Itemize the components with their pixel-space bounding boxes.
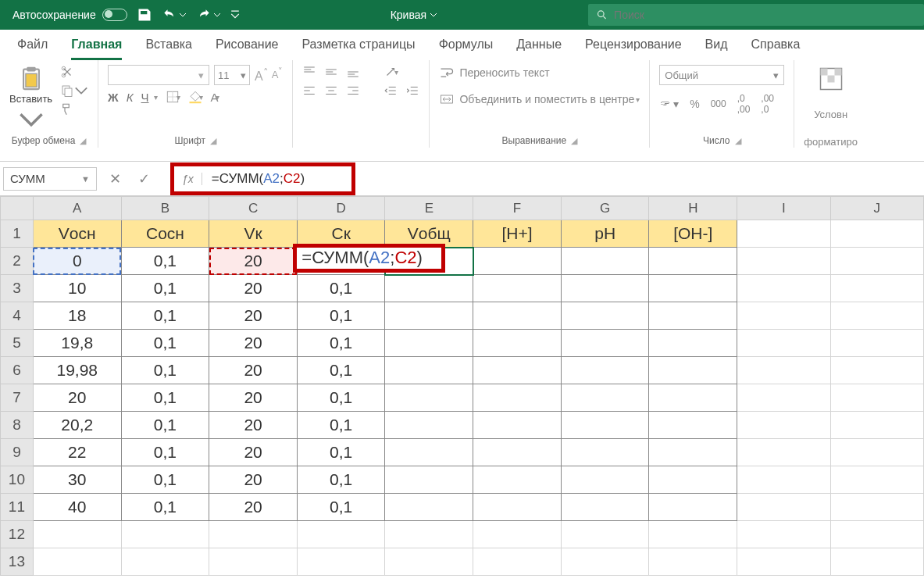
cell[interactable] — [385, 439, 473, 466]
column-header-D[interactable]: D — [297, 197, 385, 220]
cell[interactable] — [830, 384, 923, 412]
cell[interactable] — [385, 302, 473, 330]
underline-button[interactable]: Ч — [141, 91, 149, 104]
decrease-indent-icon[interactable] — [384, 84, 398, 98]
cell[interactable]: 0,1 — [121, 439, 209, 466]
align-top-icon[interactable] — [302, 65, 316, 79]
row-header[interactable]: 12 — [1, 521, 34, 548]
cell[interactable]: 20 — [209, 412, 298, 439]
cell[interactable] — [385, 412, 473, 439]
cell[interactable]: 0,1 — [297, 275, 385, 302]
cell[interactable]: 20 — [209, 330, 298, 357]
cell[interactable] — [649, 412, 737, 439]
align-bottom-icon[interactable] — [346, 65, 360, 79]
cell[interactable] — [33, 521, 121, 548]
tab-draw[interactable]: Рисование — [216, 37, 279, 60]
number-format-select[interactable]: Общий▾ — [659, 65, 784, 85]
cell[interactable] — [830, 302, 923, 330]
cell[interactable] — [561, 466, 649, 494]
cell[interactable] — [830, 220, 923, 248]
font-family-select[interactable]: ▾ — [108, 65, 209, 85]
column-header-E[interactable]: E — [385, 197, 473, 220]
cell[interactable] — [649, 248, 737, 275]
cell[interactable]: 0,1 — [121, 412, 209, 439]
cell[interactable] — [297, 521, 385, 548]
fill-color-button[interactable]: ▾ — [188, 90, 203, 104]
decrease-decimal-icon[interactable]: ,00,0 — [761, 93, 774, 115]
cancel-formula-icon[interactable]: ✕ — [109, 170, 121, 187]
cell[interactable] — [561, 384, 649, 412]
cell[interactable]: 0,1 — [297, 494, 385, 521]
cell[interactable] — [473, 521, 562, 548]
cell[interactable] — [561, 412, 649, 439]
tab-view[interactable]: Вид — [705, 37, 728, 60]
cell[interactable] — [737, 220, 830, 248]
tab-review[interactable]: Рецензирование — [585, 37, 682, 60]
autosave-toggle[interactable]: Автосохранение — [12, 9, 127, 21]
italic-button[interactable]: К — [127, 91, 134, 104]
format-painter-icon[interactable] — [60, 102, 74, 116]
copy-button[interactable] — [60, 84, 88, 98]
cell[interactable] — [649, 548, 737, 576]
cell[interactable]: 20 — [209, 275, 298, 302]
formula-input[interactable]: =СУММ(A2;C2) — [212, 171, 305, 187]
cell[interactable]: 40 — [33, 494, 121, 521]
cell[interactable] — [649, 330, 737, 357]
cell[interactable]: 20 — [209, 384, 298, 412]
align-center-icon[interactable] — [324, 84, 338, 98]
cell[interactable] — [830, 494, 923, 521]
cell[interactable]: 22 — [33, 439, 121, 466]
row-header[interactable]: 2 — [1, 248, 34, 275]
cell[interactable] — [830, 466, 923, 494]
cell[interactable]: 0,1 — [121, 275, 209, 302]
cell[interactable]: 0,1 — [297, 412, 385, 439]
cell[interactable]: 0 — [33, 248, 121, 275]
cell[interactable] — [473, 466, 562, 494]
spreadsheet-grid[interactable]: ABCDEFGHIJ 1VоснСоснVкСкVобщ[H+]pH[OH-]2… — [0, 196, 924, 576]
row-header[interactable]: 1 — [1, 220, 34, 248]
cell[interactable] — [473, 439, 562, 466]
tab-formulas[interactable]: Формулы — [439, 37, 494, 60]
row-header[interactable]: 11 — [1, 494, 34, 521]
cell[interactable]: 20 — [209, 357, 298, 384]
save-icon[interactable] — [137, 7, 152, 23]
cell[interactable] — [737, 548, 830, 576]
cell[interactable] — [209, 521, 298, 548]
cell[interactable] — [121, 521, 209, 548]
cell[interactable] — [649, 494, 737, 521]
cell[interactable] — [561, 248, 649, 275]
tab-layout[interactable]: Разметка страницы — [301, 37, 415, 60]
bold-button[interactable]: Ж — [108, 91, 119, 104]
tab-data[interactable]: Данные — [516, 37, 562, 60]
cell[interactable]: 20 — [209, 494, 298, 521]
document-title[interactable]: Кривая — [240, 9, 588, 21]
cell[interactable] — [830, 248, 923, 275]
cell[interactable] — [561, 521, 649, 548]
search-input[interactable] — [614, 9, 916, 21]
cell[interactable] — [561, 439, 649, 466]
cell[interactable] — [385, 494, 473, 521]
cell[interactable] — [561, 302, 649, 330]
cell[interactable] — [737, 248, 830, 275]
increase-indent-icon[interactable] — [405, 84, 419, 98]
comma-style-button[interactable]: 000 — [711, 98, 726, 109]
cell[interactable] — [649, 275, 737, 302]
wrap-text-button[interactable]: Переносить текст — [439, 65, 640, 80]
increase-decimal-icon[interactable]: ,0,00 — [737, 93, 751, 115]
cell[interactable] — [737, 275, 830, 302]
row-header[interactable]: 4 — [1, 302, 34, 330]
cell[interactable] — [737, 357, 830, 384]
search-box[interactable] — [588, 4, 924, 26]
cell[interactable]: 20,2 — [33, 412, 121, 439]
cell[interactable] — [473, 302, 562, 330]
cell[interactable] — [649, 302, 737, 330]
column-header-J[interactable]: J — [830, 197, 923, 220]
cell[interactable] — [830, 521, 923, 548]
font-color-button[interactable]: А▾ — [211, 91, 219, 104]
cell[interactable]: 20 — [33, 384, 121, 412]
cell[interactable]: Vк — [209, 220, 298, 248]
merge-center-button[interactable]: Объединить и поместить в центре ▾ — [439, 91, 640, 107]
cell[interactable] — [561, 330, 649, 357]
cell[interactable]: 0,1 — [297, 384, 385, 412]
align-left-icon[interactable] — [302, 84, 316, 98]
